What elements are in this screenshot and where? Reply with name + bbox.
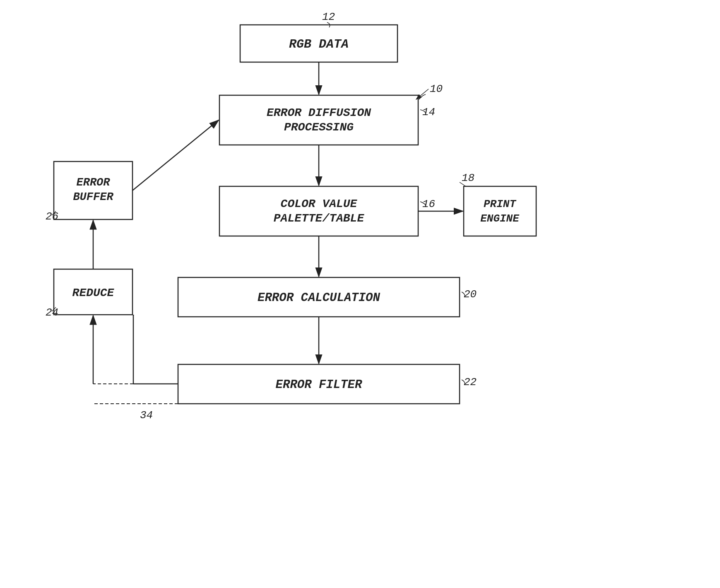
- svg-text:COLOR VALUE: COLOR VALUE: [281, 198, 358, 210]
- svg-rect-17: [178, 277, 460, 317]
- svg-text:20: 20: [464, 288, 477, 301]
- svg-text:14: 14: [422, 106, 435, 118]
- svg-text:REDUCE: REDUCE: [72, 287, 115, 299]
- svg-text:34: 34: [140, 409, 153, 422]
- svg-text:ERROR DIFFUSION: ERROR DIFFUSION: [267, 106, 371, 119]
- svg-text:ENGINE: ENGINE: [480, 212, 520, 225]
- svg-text:24: 24: [46, 306, 58, 319]
- svg-text:RGB DATA: RGB DATA: [289, 37, 349, 51]
- svg-text:16: 16: [422, 198, 435, 210]
- svg-text:PRINT: PRINT: [484, 198, 516, 210]
- svg-line-27: [132, 120, 219, 190]
- svg-rect-2: [240, 25, 397, 62]
- svg-text:PALETTE/TABLE: PALETTE/TABLE: [274, 212, 365, 225]
- svg-text:BUFFER: BUFFER: [73, 191, 113, 203]
- svg-text:10: 10: [430, 83, 443, 95]
- svg-text:18: 18: [462, 172, 474, 184]
- svg-text:ERROR CALCULATION: ERROR CALCULATION: [258, 291, 380, 305]
- svg-rect-25: [54, 269, 132, 315]
- svg-rect-20: [178, 364, 460, 404]
- svg-rect-22: [54, 161, 132, 219]
- svg-rect-5: [219, 95, 418, 145]
- svg-text:PROCESSING: PROCESSING: [284, 121, 354, 134]
- svg-text:26: 26: [46, 210, 58, 223]
- svg-rect-9: [219, 186, 418, 236]
- diagram: RGB DATA ERROR DIFFUSION PROCESSING COLO…: [0, 0, 720, 588]
- svg-text:ERROR: ERROR: [76, 176, 110, 189]
- svg-text:12: 12: [322, 11, 335, 23]
- svg-text:ERROR FILTER: ERROR FILTER: [276, 378, 362, 392]
- arrows-svg: RGB DATA ERROR DIFFUSION PROCESSING COLO…: [0, 0, 720, 588]
- svg-rect-13: [464, 186, 536, 236]
- svg-text:22: 22: [464, 376, 477, 388]
